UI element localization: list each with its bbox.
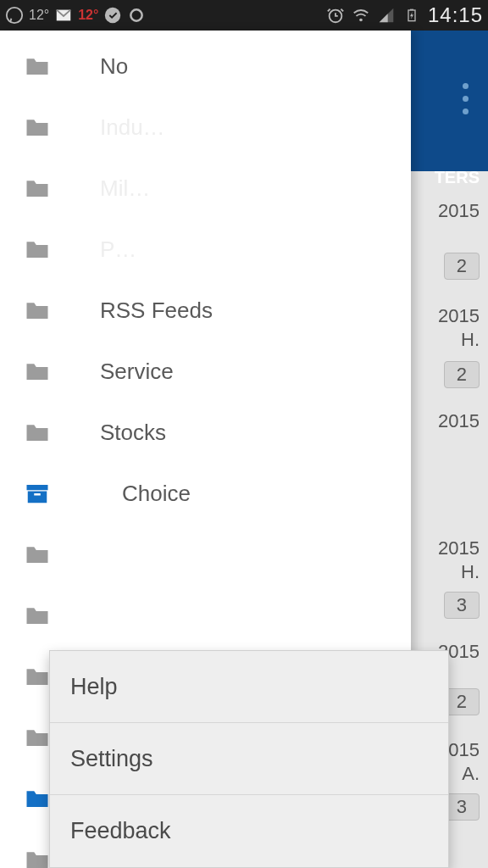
svg-rect-9 — [28, 492, 47, 504]
gmail-icon — [54, 6, 73, 25]
folder-icon — [20, 297, 54, 324]
folder-icon — [20, 541, 54, 568]
drawer-folder-stocks[interactable]: Stocks — [0, 402, 411, 463]
menu-item-label: Feedback — [70, 818, 171, 844]
svg-point-0 — [7, 8, 22, 23]
folder-icon — [20, 419, 54, 446]
folder-icon — [20, 53, 54, 80]
drawer-folder-no[interactable]: No — [0, 36, 411, 97]
header-text-fragment: TERS — [435, 168, 480, 187]
bg-fragment: 2015 — [438, 537, 480, 559]
bg-fragment: H. — [461, 329, 480, 351]
drawer-archive-choice[interactable]: Choice — [0, 463, 411, 524]
wifi-icon — [352, 6, 370, 25]
archive-icon — [20, 480, 54, 507]
status-bar: 12° 12° 14:15 — [0, 0, 488, 31]
drawer-item-label: Indu… — [100, 114, 165, 140]
folder-icon — [20, 114, 54, 141]
signal-icon — [377, 6, 396, 25]
check-badge-icon — [103, 6, 122, 25]
svg-point-3 — [131, 9, 142, 20]
folder-icon — [20, 175, 54, 202]
menu-item-label: Settings — [70, 746, 153, 772]
overflow-menu-button[interactable] — [452, 73, 478, 124]
svg-point-2 — [105, 8, 120, 23]
overflow-popup-menu: Help Settings Feedback — [49, 650, 449, 868]
status-temp1: 12° — [29, 8, 49, 23]
menu-item-settings[interactable]: Settings — [50, 723, 448, 795]
svg-rect-8 — [27, 485, 48, 490]
bg-fragment: 2 — [444, 688, 480, 715]
whatsapp-icon — [5, 6, 24, 25]
bg-fragment: 2015 — [438, 305, 480, 327]
menu-item-feedback[interactable]: Feedback — [50, 795, 448, 867]
folder-icon — [20, 236, 54, 263]
drawer-item-label: P… — [100, 236, 136, 262]
bg-fragment: 3 — [444, 793, 480, 821]
drawer-item-label: No — [100, 53, 128, 79]
bg-fragment: 2015 — [438, 410, 480, 432]
status-temp2: 12° — [78, 8, 98, 23]
drawer-item-label: Mil… — [100, 175, 150, 201]
drawer-item-label: Stocks — [100, 420, 166, 445]
drawer-folder-service[interactable]: Service — [0, 341, 411, 402]
folder-icon — [20, 602, 54, 629]
svg-rect-7 — [410, 9, 413, 10]
menu-item-label: Help — [70, 674, 118, 700]
bg-fragment: 2 — [444, 253, 480, 280]
drawer-folder-item[interactable] — [0, 585, 411, 646]
bg-fragment: A. — [462, 763, 480, 785]
drawer-item-label: Choice — [122, 481, 191, 506]
circle-icon — [127, 6, 146, 25]
drawer-folder-item[interactable]: P… — [0, 219, 411, 280]
bg-fragment: 2 — [444, 361, 480, 388]
drawer-item-label: RSS Feeds — [100, 298, 213, 323]
alarm-icon — [326, 6, 345, 25]
status-left: 12° 12° — [5, 6, 146, 25]
drawer-item-label: Service — [100, 359, 174, 384]
drawer-folder-rss-feeds[interactable]: RSS Feeds — [0, 280, 411, 341]
folder-icon — [20, 358, 54, 385]
menu-item-help[interactable]: Help — [50, 651, 448, 723]
drawer-folder-item[interactable]: Indu… — [0, 97, 411, 158]
drawer-folder-item[interactable] — [0, 524, 411, 585]
svg-rect-10 — [34, 493, 41, 496]
svg-point-5 — [359, 19, 363, 22]
battery-charging-icon — [402, 6, 421, 25]
bg-fragment: 2015 — [438, 200, 480, 222]
drawer-folder-item[interactable]: Mil… — [0, 158, 411, 219]
bg-fragment: 3 — [444, 592, 480, 619]
status-right: 14:15 — [326, 3, 483, 27]
bg-fragment: H. — [461, 561, 480, 583]
status-time: 14:15 — [428, 3, 483, 27]
